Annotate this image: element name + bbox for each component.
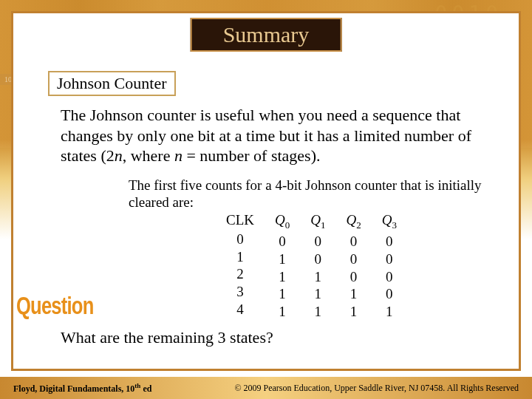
hdr-q3: Q3 bbox=[382, 211, 397, 231]
footer-left: Floyd, Digital Fundamentals, 10th ed bbox=[13, 382, 151, 395]
paragraph-2: The first five counts for a 4-bit Johnso… bbox=[129, 177, 488, 212]
question-text: What are the remaining 3 states? bbox=[61, 328, 273, 347]
hdr-q1: Q1 bbox=[310, 211, 325, 231]
col-clk: CLK 0 1 2 3 4 bbox=[226, 211, 254, 321]
slide-title: Summary bbox=[223, 22, 310, 47]
paragraph-1: The Johnson counter is useful when you n… bbox=[61, 105, 488, 166]
footer-right: © 2009 Pearson Education, Upper Saddle R… bbox=[234, 383, 519, 394]
col-q3: Q3 0 0 0 0 1 bbox=[382, 211, 397, 321]
footer: Floyd, Digital Fundamentals, 10th ed © 2… bbox=[0, 377, 532, 399]
title-box: Summary bbox=[191, 18, 342, 52]
state-table: CLK 0 1 2 3 4 Q0 0 1 1 1 1 Q1 0 0 1 1 1 … bbox=[216, 211, 488, 321]
section-heading: Johnson Counter bbox=[48, 71, 176, 96]
hdr-q0: Q0 bbox=[275, 211, 290, 231]
col-q2: Q2 0 0 0 1 1 bbox=[346, 211, 361, 321]
hdr-q2: Q2 bbox=[346, 211, 361, 231]
col-q1: Q1 0 0 1 1 1 bbox=[310, 211, 325, 321]
hdr-clk: CLK bbox=[226, 211, 254, 229]
content-area: The Johnson counter is useful when you n… bbox=[61, 105, 488, 321]
question-label: Question bbox=[16, 291, 94, 320]
col-q0: Q0 0 1 1 1 1 bbox=[275, 211, 290, 321]
